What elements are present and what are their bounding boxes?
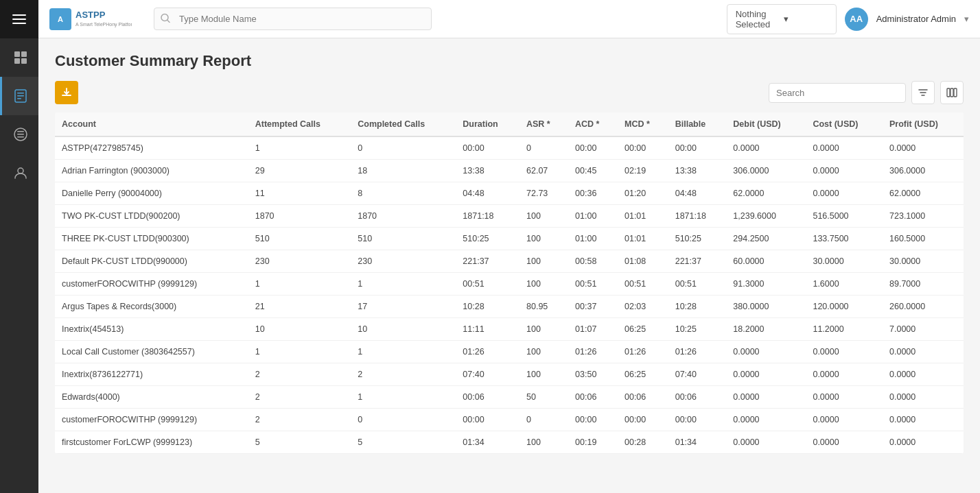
page-title: Customer Summary Report: [55, 52, 964, 70]
table-cell: 306.0000: [726, 160, 806, 182]
table-header-cell: Billable: [668, 112, 727, 136]
table-row[interactable]: customerFOROCWITHP (9999129)2000:00000:0…: [55, 409, 964, 431]
table-cell: 01:08: [618, 250, 668, 273]
table-cell: 62.0000: [883, 182, 964, 205]
table-cell: 380.0000: [726, 296, 806, 318]
table-header-cell: Debit (USD): [726, 112, 806, 136]
module-search[interactable]: [154, 8, 432, 30]
table-row[interactable]: ASTPP(4727985745)1000:00000:0000:0000:00…: [55, 136, 964, 160]
table-cell: 294.2500: [726, 228, 806, 250]
chevron-down-icon: ▾: [784, 14, 828, 24]
table-row[interactable]: Argus Tapes & Records(3000)211710:2880.9…: [55, 296, 964, 318]
table-cell: 133.7500: [806, 228, 883, 250]
table-cell: 1: [351, 341, 456, 363]
table-cell: 1871:18: [456, 205, 520, 228]
columns-button[interactable]: [940, 81, 964, 104]
table-cell: 510: [351, 228, 456, 250]
table-row[interactable]: Danielle Perry (90004000)11804:4872.7300…: [55, 182, 964, 205]
table-cell: 1870: [248, 205, 351, 228]
hamburger-menu[interactable]: [0, 0, 38, 38]
table-cell: 00:00: [618, 409, 668, 431]
table-cell: 510:25: [668, 228, 727, 250]
table-search-input[interactable]: [769, 83, 906, 103]
table-cell: 100: [520, 431, 568, 454]
table-cell: 00:00: [668, 409, 727, 431]
table-body: ASTPP(4727985745)1000:00000:0000:0000:00…: [55, 136, 964, 454]
table-cell: 72.73: [520, 182, 568, 205]
table-cell: 100: [520, 205, 568, 228]
table-cell: 91.3000: [726, 273, 806, 296]
download-button[interactable]: [55, 81, 78, 104]
table-row[interactable]: Inextrix(454513)101011:1110001:0706:2510…: [55, 318, 964, 341]
table-cell: 62.0000: [726, 182, 806, 205]
table-cell: 00:51: [456, 273, 520, 296]
table-row[interactable]: customerFOROCWITHP (9999129)1100:5110000…: [55, 273, 964, 296]
table-cell: 18: [351, 160, 456, 182]
table-row[interactable]: Default PK-CUST LTDD(990000)230230221:37…: [55, 250, 964, 273]
table-cell: 0.0000: [883, 431, 964, 454]
table-row[interactable]: THREE PK-CUST LTDD(900300)510510510:2510…: [55, 228, 964, 250]
table-cell: 1870: [351, 205, 456, 228]
summary-table: AccountAttempted CallsCompleted CallsDur…: [55, 112, 964, 454]
table-cell: 510:25: [456, 228, 520, 250]
sidebar-item-accounts[interactable]: [0, 154, 38, 192]
table-header: AccountAttempted CallsCompleted CallsDur…: [55, 112, 964, 136]
sidebar-item-dashboard[interactable]: [0, 38, 38, 77]
table-cell: TWO PK-CUST LTDD(900200): [55, 205, 248, 228]
table-cell: 2: [351, 363, 456, 386]
table-cell: 01:01: [618, 228, 668, 250]
table-cell: customerFOROCWITHP (9999129): [55, 273, 248, 296]
table-cell: 01:26: [618, 341, 668, 363]
sidebar-item-reports[interactable]: [0, 77, 38, 115]
table-row[interactable]: Inextrix(8736122771)2207:4010003:5006:25…: [55, 363, 964, 386]
table-cell: 0.0000: [806, 363, 883, 386]
table-row[interactable]: Adrian Farrington (9003000)291813:3862.0…: [55, 160, 964, 182]
table-cell: 11: [248, 182, 351, 205]
table-row[interactable]: Local Call Customer (3803642557)1101:261…: [55, 341, 964, 363]
table-cell: 0.0000: [883, 136, 964, 160]
sidebar-item-management[interactable]: [0, 115, 38, 154]
table-cell: firstcustomer ForLCWP (9999123): [55, 431, 248, 454]
table-cell: 00:06: [618, 386, 668, 409]
table-row[interactable]: Edwards(4000)2100:065000:0600:0600:060.0…: [55, 386, 964, 409]
table-cell: 516.5000: [806, 205, 883, 228]
table-cell: 01:01: [618, 205, 668, 228]
logo: A ASTPP A Smart TelePHony Platform: [49, 5, 132, 33]
module-search-input[interactable]: [154, 8, 432, 30]
svg-rect-23: [954, 88, 957, 97]
table-cell: 0: [520, 409, 568, 431]
table-cell: 04:48: [668, 182, 727, 205]
table-header-cell: Account: [55, 112, 248, 136]
table-cell: 00:37: [568, 296, 618, 318]
table-cell: 06:25: [618, 318, 668, 341]
table-cell: 00:00: [568, 409, 618, 431]
table-cell: 00:00: [618, 136, 668, 160]
svg-rect-22: [950, 88, 953, 97]
table-cell: 00:06: [456, 386, 520, 409]
user-menu-chevron[interactable]: ▾: [964, 14, 969, 24]
table-header-cell: Attempted Calls: [248, 112, 351, 136]
filter-icon: [918, 87, 929, 98]
table-cell: 50: [520, 386, 568, 409]
table-cell: Default PK-CUST LTDD(990000): [55, 250, 248, 273]
table-cell: 1.6000: [806, 273, 883, 296]
table-row[interactable]: firstcustomer ForLCWP (9999123)5501:3410…: [55, 431, 964, 454]
table-cell: 2: [248, 386, 351, 409]
table-cell: 0.0000: [883, 409, 964, 431]
svg-text:ASTPP: ASTPP: [75, 10, 106, 20]
table-cell: 0: [351, 136, 456, 160]
table-cell: 01:20: [618, 182, 668, 205]
table-cell: 1871:18: [668, 205, 727, 228]
table-cell: 100: [520, 341, 568, 363]
table-cell: 5: [351, 431, 456, 454]
table-cell: 00:45: [568, 160, 618, 182]
table-cell: 230: [248, 250, 351, 273]
columns-icon: [946, 87, 957, 98]
table-cell: 02:19: [618, 160, 668, 182]
table-row[interactable]: TWO PK-CUST LTDD(900200)187018701871:181…: [55, 205, 964, 228]
filter-button[interactable]: [911, 81, 935, 104]
table-cell: 5: [248, 431, 351, 454]
table-cell: 02:03: [618, 296, 668, 318]
nothing-selected-dropdown[interactable]: Nothing Selected ▾: [727, 4, 837, 34]
svg-rect-9: [17, 95, 24, 97]
